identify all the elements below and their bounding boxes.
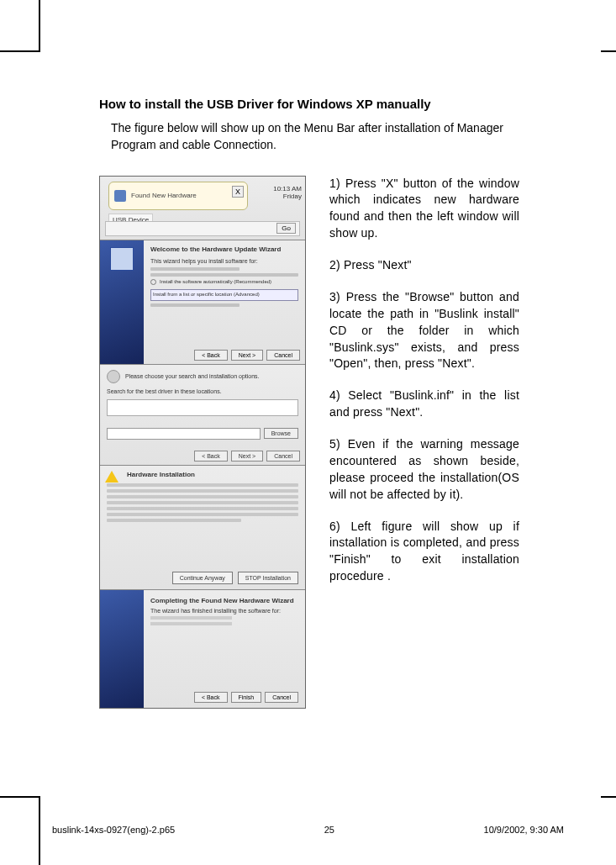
footer-filename: buslink-14xs-0927(eng)-2.p65: [52, 825, 175, 835]
finish-pane: Completing the Found New Hardware Wizard…: [100, 590, 305, 708]
crop-mark: [0, 50, 40, 52]
wizard-icon: [110, 247, 134, 271]
balloon-title: Found New Hardware: [131, 192, 197, 199]
crop-mark: [0, 796, 40, 798]
info-icon: [114, 190, 126, 202]
crop-mark: [39, 0, 40, 52]
wizard-body: Welcome to the Hardware Update Wizard Th…: [144, 240, 305, 364]
page: How to install the USB Driver for Window…: [0, 0, 616, 865]
back-button[interactable]: < Back: [194, 692, 228, 703]
go-button[interactable]: Go: [276, 223, 296, 234]
finish-title: Completing the Found New Hardware Wizard: [150, 597, 298, 605]
cancel-button[interactable]: Cancel: [266, 451, 300, 462]
wizard-radio-auto[interactable]: Install the software automatically (Reco…: [150, 279, 298, 286]
stop-installation-button[interactable]: STOP Installation: [238, 572, 298, 584]
crop-mark: [601, 50, 616, 52]
wizard-sidebar: [100, 240, 144, 364]
warning-pane: Hardware Installation Continue Anyway ST…: [100, 466, 305, 590]
footer-page-number: 25: [324, 825, 334, 835]
warning-title: Hardware Installation: [127, 471, 298, 478]
finish-sidebar: [100, 590, 144, 708]
cancel-button[interactable]: Cancel: [265, 692, 298, 703]
page-footer: buslink-14xs-0927(eng)-2.p65 25 10/9/200…: [52, 825, 564, 835]
step-5: 5) Even if the warning message encounter…: [329, 436, 519, 504]
wizard-buttons: < Back Next > Cancel: [194, 350, 300, 361]
wizard-subtitle: This wizard helps you install software f…: [150, 257, 298, 265]
crop-mark: [39, 796, 40, 865]
step-3: 3) Press the "Browse" button and locate …: [329, 289, 519, 372]
wizard-welcome-pane: Welcome to the Hardware Update Wizard Th…: [100, 240, 305, 365]
browse-button[interactable]: Browse: [264, 428, 298, 439]
browse-text: Search for the best driver in these loca…: [107, 388, 298, 394]
balloon-close-button[interactable]: X: [232, 186, 244, 198]
tray-day: Friday: [260, 193, 302, 200]
step-2: 2) Press "Next": [329, 257, 519, 274]
path-input[interactable]: [107, 428, 261, 440]
tray-time: 10:13 AM: [260, 185, 302, 193]
warning-icon: [105, 471, 118, 483]
browse-header-text: Please choose your search and installati…: [125, 373, 260, 379]
step-4: 4) Select "Buslink.inf" in the list and …: [329, 388, 519, 421]
found-hardware-balloon: Found New Hardware X: [108, 182, 248, 210]
footer-datetime: 10/9/2002, 9:30 AM: [484, 825, 564, 835]
back-button[interactable]: < Back: [194, 350, 228, 361]
step-6: 6) Left figure will show up if installat…: [329, 519, 519, 586]
wizard-radio-advanced[interactable]: Install from a list or specific location…: [150, 289, 298, 301]
crop-mark: [601, 796, 616, 798]
two-column-layout: Found New Hardware X USB Device Go 10:13…: [99, 176, 519, 709]
instruction-steps: 1) Press "X" button of the window which …: [329, 176, 519, 601]
step-1: 1) Press "X" button of the window which …: [329, 176, 519, 243]
next-button[interactable]: Next >: [231, 350, 263, 361]
finish-buttons: < Back Finish Cancel: [194, 692, 298, 703]
continue-anyway-button[interactable]: Continue Anyway: [172, 572, 233, 584]
content-area: How to install the USB Driver for Window…: [99, 97, 519, 709]
next-button[interactable]: Next >: [231, 451, 263, 462]
taskbar-pane: Found New Hardware X USB Device Go 10:13…: [100, 177, 305, 240]
wizard-title: Welcome to the Hardware Update Wizard: [150, 245, 298, 254]
intro-text: The figure below will show up on the Men…: [111, 119, 519, 154]
finish-body: Completing the Found New Hardware Wizard…: [144, 590, 305, 708]
address-toolbar: Go: [105, 221, 300, 236]
system-tray: 10:13 AM Friday: [260, 185, 302, 200]
options-icon: [107, 370, 120, 383]
section-heading: How to install the USB Driver for Window…: [99, 97, 519, 111]
warning-body: [107, 483, 298, 522]
back-button[interactable]: < Back: [194, 451, 228, 462]
cancel-button[interactable]: Cancel: [266, 350, 300, 361]
browse-buttons: < Back Next > Cancel: [194, 451, 300, 462]
finish-subtitle: The wizard has finished installing the s…: [150, 608, 298, 614]
path-row: Browse: [107, 428, 298, 440]
finish-button[interactable]: Finish: [231, 692, 262, 703]
screenshot-figure: Found New Hardware X USB Device Go 10:13…: [99, 176, 306, 709]
warning-buttons: Continue Anyway STOP Installation: [172, 572, 298, 584]
location-list[interactable]: [107, 399, 298, 416]
browse-header: Please choose your search and installati…: [107, 370, 298, 383]
browse-pane: Please choose your search and installati…: [100, 365, 305, 466]
